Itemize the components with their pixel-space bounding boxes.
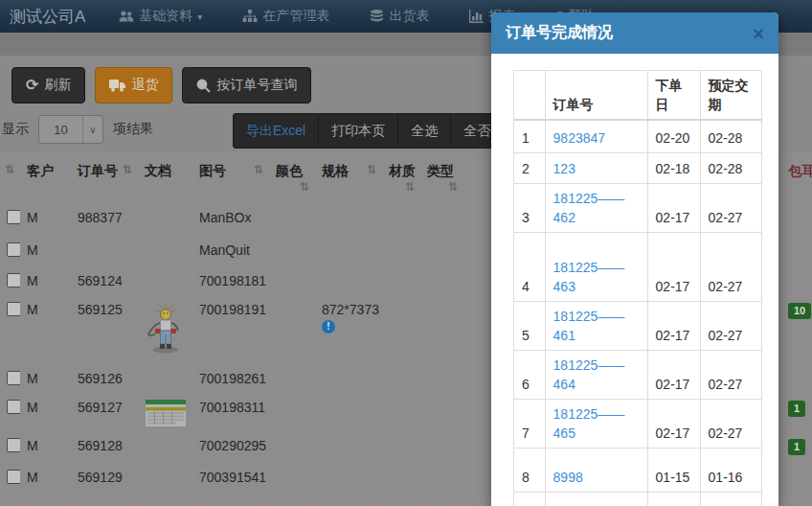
order-number-link[interactable]: 123 [553,161,575,176]
sort-icon[interactable]: ⇅ [254,163,263,176]
order-number-link[interactable]: 181225——461 [553,309,625,343]
order-number-link[interactable]: 181225——462 [553,191,625,225]
spec-cell [316,266,383,295]
material-cell [383,364,421,393]
completion-row: 9 1846 11-16 11-18 [514,492,762,506]
completion-header-cell: 订单号 [545,71,647,121]
row-checkbox[interactable] [7,242,21,257]
order-number-link[interactable]: 9823847 [553,130,606,146]
spec-cell [316,203,383,236]
order-number-cell: 569127 [72,393,139,431]
table-tool-button[interactable]: 导出Excel [233,113,319,149]
type-cell [421,203,464,236]
row-checkbox[interactable] [7,400,21,414]
order-date-cell: 02-17 [647,399,700,448]
due-date-cell: 02-27 [700,399,761,448]
row-number: 2 [514,152,546,183]
table-tool-button[interactable]: 打印本页 [319,113,398,149]
row-number: 1 [514,120,546,152]
return-goods-button[interactable]: 退货 [95,67,172,104]
nav-menu-item[interactable]: 出货表 [350,0,449,33]
material-cell [383,266,421,295]
row-checkbox[interactable] [7,470,21,484]
baoer-cell [782,236,812,266]
color-cell [270,431,316,463]
order-date-cell: 02-17 [647,183,700,232]
orders-table-header-cell[interactable]: 颜色 ⇅ [270,154,316,203]
baoer-cell: 1 [782,393,812,431]
sort-icon[interactable]: ⇅ [405,180,415,194]
chart-icon [469,10,484,23]
order-date-cell: 01-15 [647,448,700,492]
row-checkbox[interactable] [7,210,21,224]
sort-icon[interactable]: ⇅ [123,163,132,176]
material-cell [383,295,421,364]
order-date-cell: 02-18 [647,152,700,183]
row-checkbox[interactable] [7,438,21,452]
type-cell [421,295,464,364]
material-cell [383,393,421,431]
row-checkbox[interactable] [7,273,21,288]
count-badge: 1 [788,439,805,455]
baoer-cell: 10 [782,295,812,364]
table-tool-button[interactable]: 全选 [398,113,451,149]
customer-cell: M [21,393,72,431]
order-number-link[interactable]: 181225——463 [553,260,625,294]
sort-icon[interactable]: ⇅ [300,180,309,194]
header-label: 材质 [389,163,416,178]
orders-table-header-cell[interactable]: 包耳 [782,154,812,203]
sort-icon[interactable]: ⇅ [448,180,458,194]
orders-table-header-cell[interactable]: 类型 ⇅ [421,154,464,203]
orders-table-header-cell[interactable]: 客户 [21,154,72,203]
info-icon[interactable]: ! [322,320,335,334]
row-number: 8 [514,448,546,492]
search-icon [196,79,211,93]
count-badge: 10 [788,303,811,319]
nav-menu-item[interactable]: 在产管理表 [222,0,350,33]
sort-icon[interactable]: ⇅ [5,163,14,176]
page-length-select[interactable]: 10 ∨ [38,115,103,144]
orders-table-header-cell[interactable]: 材质 ⇅ [383,154,421,203]
due-date-cell: 02-27 [700,183,761,232]
baoer-cell [782,266,812,295]
nav-item-label: 基础资料 [139,8,192,25]
completion-header-cell [514,71,546,121]
nav-menu-item[interactable]: 基础资料 ▾ [99,0,222,33]
refresh-button[interactable]: ⟳ 刷新 [11,67,85,104]
orders-table-header-cell[interactable]: 规格 ⇅ [316,154,383,203]
order-number-link[interactable]: 8998 [553,470,583,485]
spec-cell: 872*7373 ! [316,295,383,364]
orders-table-header-cell[interactable]: ⇅ [0,154,21,203]
spec-value: 872*7373 [322,302,379,317]
header-label: 订单号 [78,163,118,178]
due-date-cell: 02-27 [700,350,761,399]
row-number: 9 [514,492,546,506]
row-number: 7 [514,399,546,448]
completion-table: 订单号 下单日 预定交期 1 9823847 02-20 02-28 [513,70,762,506]
material-cell [383,463,421,506]
row-checkbox[interactable] [7,371,21,385]
brand-title[interactable]: 测试公司A [0,6,99,28]
color-cell [270,393,316,431]
robot-doc-image[interactable] [145,302,187,356]
type-cell [421,463,464,506]
chevron-down-icon: ∨ [82,116,102,143]
color-cell [270,364,316,393]
action-toolbar: ⟳ 刷新 退货 按订单号查询 [11,67,311,104]
spreadsheet-doc-image[interactable] [146,400,186,426]
material-cell [383,203,421,236]
orders-table-header-cell[interactable]: 图号 ⇅ [193,154,270,203]
modal-body: 订单号 下单日 预定交期 1 9823847 02-20 02-28 [491,54,778,506]
sort-icon[interactable]: ⇅ [367,163,376,176]
query-by-order-button[interactable]: 按订单号查询 [182,67,311,104]
order-number-link[interactable]: 181225——464 [553,357,625,392]
count-badge: 1 [788,401,805,417]
row-checkbox[interactable] [7,302,21,316]
order-number-link[interactable]: 181225——465 [553,406,625,441]
order-number-cell: 988377 [72,203,139,236]
orders-table-header-cell[interactable]: 订单号 ⇅ [72,154,139,203]
header-label: 类型 [427,163,454,178]
type-cell [421,431,464,463]
close-icon[interactable]: × [753,24,764,43]
orders-table-header-cell[interactable]: 文档 [139,154,193,203]
